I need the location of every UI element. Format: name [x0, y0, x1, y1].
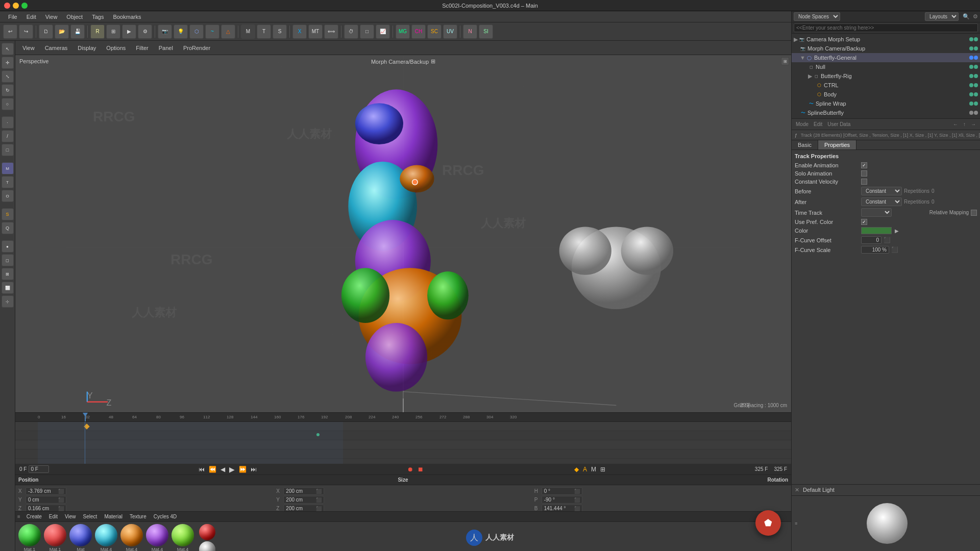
shader-btn[interactable]: S: [273, 24, 287, 39]
camera-obj[interactable]: 📷: [158, 24, 172, 39]
scale-tool[interactable]: ⤡: [2, 70, 14, 83]
search-input[interactable]: [794, 23, 978, 32]
solid-display[interactable]: ●: [2, 240, 14, 253]
redo-button[interactable]: ↪: [19, 24, 33, 39]
rot-h-val[interactable]: 0 ° ⬛: [542, 487, 582, 495]
rotate-tool[interactable]: ↻: [2, 84, 14, 96]
frame-input[interactable]: [29, 465, 49, 473]
step-back-btn[interactable]: ⏪: [208, 466, 217, 473]
pos-y-val[interactable]: 0 cm ⬛: [26, 496, 66, 504]
mat-tab-view[interactable]: View: [62, 513, 79, 520]
open-button[interactable]: 📂: [55, 24, 69, 39]
material-ball-green[interactable]: [18, 524, 41, 546]
timeline-tracks-body[interactable]: [15, 422, 791, 464]
tree-item-spline-butterfly[interactable]: 〜 SplineButterfly: [792, 108, 980, 117]
symmetry-btn[interactable]: ⟺: [324, 24, 338, 39]
go-to-start-btn[interactable]: ⏮: [198, 466, 206, 473]
go-to-end-btn[interactable]: ⏭: [250, 466, 258, 473]
minimize-button[interactable]: [13, 3, 19, 9]
tree-item-body[interactable]: ⬡ Body: [792, 90, 980, 99]
st-filter[interactable]: Filter: [132, 44, 152, 52]
material-btn[interactable]: M: [241, 24, 255, 39]
tab-properties[interactable]: Properties: [818, 140, 856, 149]
select-tool[interactable]: ↖: [2, 43, 14, 55]
solo-animation-checkbox[interactable]: [861, 170, 867, 177]
menu-view[interactable]: View: [41, 13, 62, 21]
material-ball-blue[interactable]: [69, 524, 92, 546]
undo-button[interactable]: ↩: [3, 24, 17, 39]
character-btn[interactable]: CH: [411, 24, 426, 39]
snap-tool[interactable]: S: [2, 208, 14, 220]
mat-tab-cycles[interactable]: Cycles 4D: [151, 513, 180, 520]
material-ball-grey[interactable]: [199, 541, 215, 551]
constant-velocity-checkbox[interactable]: [861, 179, 867, 185]
wireframe[interactable]: ◻: [2, 254, 14, 266]
live-selection[interactable]: ○: [2, 98, 14, 110]
quantize[interactable]: Q: [2, 222, 14, 234]
enable-animation-checkbox[interactable]: [861, 162, 867, 168]
nav-forward[interactable]: →: [969, 121, 978, 128]
tree-item-ctrl[interactable]: ⬡ CTRL: [792, 81, 980, 90]
add-object[interactable]: ⬡: [189, 24, 204, 39]
floating-action-button[interactable]: ⬟: [755, 510, 781, 536]
material-ball-red[interactable]: [44, 524, 66, 546]
fcurve-offset-input[interactable]: [861, 236, 881, 244]
nav-mode[interactable]: Mode: [794, 121, 811, 128]
st-view[interactable]: View: [18, 44, 39, 52]
mat-tab-select[interactable]: Select: [80, 513, 101, 520]
fcurve-offset-spin[interactable]: ⬛: [884, 237, 891, 243]
stop-btn[interactable]: ⏹: [416, 466, 425, 473]
xpresso-btn[interactable]: X: [292, 24, 307, 39]
st-options[interactable]: Options: [102, 44, 130, 52]
search-icon[interactable]: 🔍: [963, 13, 970, 20]
uvw-btn[interactable]: UV: [443, 24, 457, 39]
tree-item-butterfly-rig[interactable]: ▶ ◻ Butterfly-Rig: [792, 71, 980, 81]
render-active[interactable]: ▶: [122, 24, 136, 39]
fcurve-btn[interactable]: 📈: [376, 24, 390, 39]
record-btn[interactable]: ⏺: [406, 466, 414, 473]
tree-item-morph-camera[interactable]: 📷 Morph Camera/Backup: [792, 44, 980, 53]
size-y-val[interactable]: 200 cm ⬛: [283, 496, 324, 504]
viewport[interactable]: Perspective Morph Camera/Backup ⊞ RRCG R…: [15, 55, 791, 412]
maximize-button[interactable]: [21, 3, 28, 9]
size-x-val[interactable]: 200 cm ⬛: [283, 487, 324, 495]
timeline-ruler[interactable]: 0 16 32 48 64 80 96 112 128 144 160 176 …: [15, 413, 791, 422]
fcurve-scale-spin[interactable]: ⬛: [891, 246, 898, 253]
menu-file[interactable]: File: [4, 13, 21, 21]
render-region[interactable]: ⊞: [106, 24, 120, 39]
object-mode[interactable]: O: [2, 190, 14, 202]
isoparms[interactable]: ⊠: [2, 268, 14, 280]
skeleton[interactable]: ⊹: [2, 295, 14, 308]
texture-btn[interactable]: T: [257, 24, 271, 39]
motion-tracker[interactable]: MT: [308, 24, 323, 39]
st-cameras[interactable]: Cameras: [41, 44, 72, 52]
box-display[interactable]: ⬜: [2, 282, 14, 294]
material-ball-red2[interactable]: [199, 524, 215, 540]
keyframe-green-1[interactable]: [316, 433, 320, 436]
autokey-btn[interactable]: A: [582, 466, 588, 473]
st-prorender[interactable]: ProRender: [179, 44, 214, 52]
settings-icon[interactable]: ⚙: [973, 13, 978, 20]
tree-item-null[interactable]: ◻ Null: [792, 62, 980, 71]
after-select[interactable]: Constant: [861, 197, 902, 206]
nav-up[interactable]: ↑: [961, 121, 968, 128]
edge-mode[interactable]: /: [2, 130, 14, 142]
point-mode[interactable]: ·: [2, 116, 14, 129]
menu-tags[interactable]: Tags: [88, 13, 108, 21]
close-button[interactable]: [4, 3, 10, 9]
material-ball-orange[interactable]: [120, 524, 143, 546]
move-tool[interactable]: ✛: [2, 57, 14, 69]
pos-x-val[interactable]: -3.769 cm ⬛: [26, 487, 66, 495]
menu-object[interactable]: Object: [62, 13, 87, 21]
node-editor-btn[interactable]: N: [463, 24, 477, 39]
color-arrow[interactable]: ▶: [895, 228, 899, 234]
timeline-mode[interactable]: ⊞: [599, 466, 606, 473]
menu-edit[interactable]: Edit: [22, 13, 40, 21]
fcurve-scale-input[interactable]: [861, 246, 889, 254]
viewport-expand-btn[interactable]: ⊞: [781, 57, 789, 65]
keyframe-btn[interactable]: ◆: [573, 466, 580, 473]
relative-mapping-checkbox[interactable]: [971, 210, 977, 216]
model-mode[interactable]: M: [2, 162, 14, 174]
time-track-select[interactable]: [861, 208, 892, 217]
step-forward-btn[interactable]: ⏩: [238, 466, 248, 473]
